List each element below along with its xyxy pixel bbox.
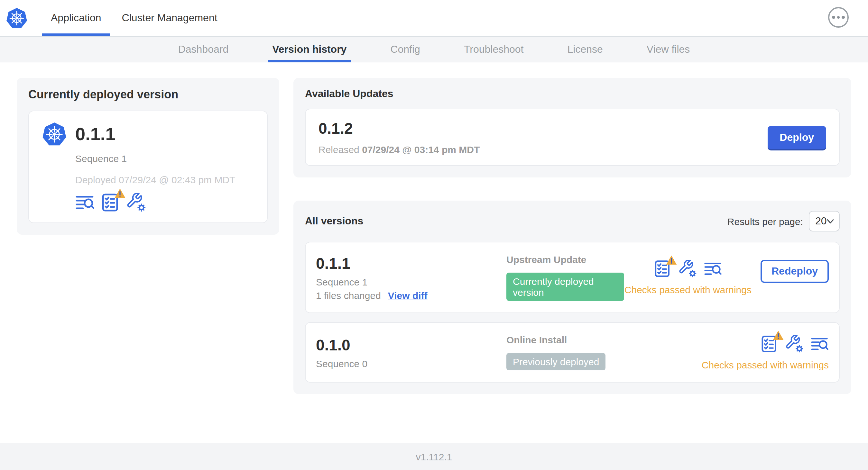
kubernetes-logo-icon (0, 0, 40, 36)
results-per-page-label: Results per page: (727, 216, 803, 227)
all-versions-section: All versions Results per page: 20 0.1.1 (293, 201, 851, 394)
update-version-number: 0.1.2 (318, 120, 480, 138)
checks-status-text: Checks passed with warnings (624, 284, 751, 295)
subtab-view-files[interactable]: View files (645, 37, 691, 62)
tab-application[interactable]: Application (42, 0, 110, 36)
view-diff-link[interactable]: View diff (388, 290, 428, 301)
results-per-page-select[interactable]: 20 (809, 211, 840, 231)
version-source-label: Online Install (506, 334, 702, 345)
current-version-card: 0.1.1 Sequence 1 Deployed 07/29/24 @ 02:… (28, 110, 268, 223)
available-updates-section: Available Updates 0.1.2 Released 07/29/2… (293, 78, 851, 177)
subtab-version-history[interactable]: Version history (271, 37, 348, 62)
files-changed-label: 1 files changed (316, 290, 381, 301)
config-icon[interactable] (127, 193, 146, 212)
current-version-deployed-at: Deployed 07/29/24 @ 02:43 pm MDT (75, 174, 254, 185)
console-version: v1.112.1 (416, 451, 452, 462)
version-history-panel: Available Updates 0.1.2 Released 07/29/2… (293, 78, 851, 394)
row-sequence: Sequence 0 (316, 358, 506, 369)
current-version-title: Currently deployed version (28, 88, 268, 102)
diff-icon[interactable] (704, 260, 722, 278)
warning-triangle-icon (666, 255, 677, 265)
checks-status-text: Checks passed with warnings (702, 359, 829, 370)
deploy-button[interactable]: Deploy (767, 126, 826, 149)
warning-triangle-icon (773, 330, 784, 340)
config-icon[interactable] (786, 335, 804, 352)
version-row: 0.1.0 Sequence 0 Online Install Previous… (305, 322, 840, 382)
subtab-config[interactable]: Config (389, 37, 422, 62)
subtab-dashboard[interactable]: Dashboard (177, 37, 230, 62)
app-subnav: Dashboard Version history Config Trouble… (0, 36, 868, 62)
subtab-troubleshoot[interactable]: Troubleshoot (463, 37, 525, 62)
kubernetes-app-icon (42, 122, 67, 146)
diff-icon[interactable] (75, 193, 95, 212)
all-versions-title: All versions (305, 215, 363, 227)
main-content: Currently deployed version 0.1.1 Sequenc… (0, 62, 868, 443)
redeploy-button[interactable]: Redeploy (761, 260, 829, 283)
current-version-number: 0.1.1 (75, 124, 116, 144)
available-updates-title: Available Updates (305, 88, 840, 100)
row-version-number: 0.1.0 (316, 336, 506, 354)
current-version-panel: Currently deployed version 0.1.1 Sequenc… (17, 78, 279, 235)
preflight-checks-warning-icon[interactable] (101, 193, 120, 212)
subtab-license[interactable]: License (566, 37, 604, 62)
preflight-checks-warning-icon[interactable] (761, 335, 779, 352)
current-version-sequence: Sequence 1 (75, 153, 254, 164)
currently-deployed-badge: Currently deployed version (506, 273, 624, 301)
diff-icon[interactable] (811, 335, 829, 352)
preflight-checks-warning-icon[interactable] (654, 260, 672, 278)
top-header: Application Cluster Management (0, 0, 868, 36)
version-row: 0.1.1 Sequence 1 1 files changed View di… (305, 242, 840, 313)
row-version-number: 0.1.1 (316, 254, 506, 272)
available-update-card: 0.1.2 Released 07/29/24 @ 03:14 pm MDT D… (305, 109, 840, 166)
row-sequence: Sequence 1 (316, 276, 506, 287)
update-released-at: Released 07/29/24 @ 03:14 pm MDT (318, 144, 480, 155)
app-window: Application Cluster Management Dashboard… (0, 0, 868, 470)
config-icon[interactable] (679, 260, 697, 278)
tab-cluster-management[interactable]: Cluster Management (113, 0, 226, 36)
warning-triangle-icon (115, 189, 125, 198)
version-source-label: Upstream Update (506, 254, 624, 265)
ellipsis-menu-icon[interactable] (828, 7, 849, 28)
chevron-down-icon (827, 219, 834, 224)
top-tabs: Application Cluster Management (40, 0, 228, 36)
app-footer: v1.112.1 (0, 443, 868, 470)
previously-deployed-badge: Previously deployed (506, 353, 606, 370)
